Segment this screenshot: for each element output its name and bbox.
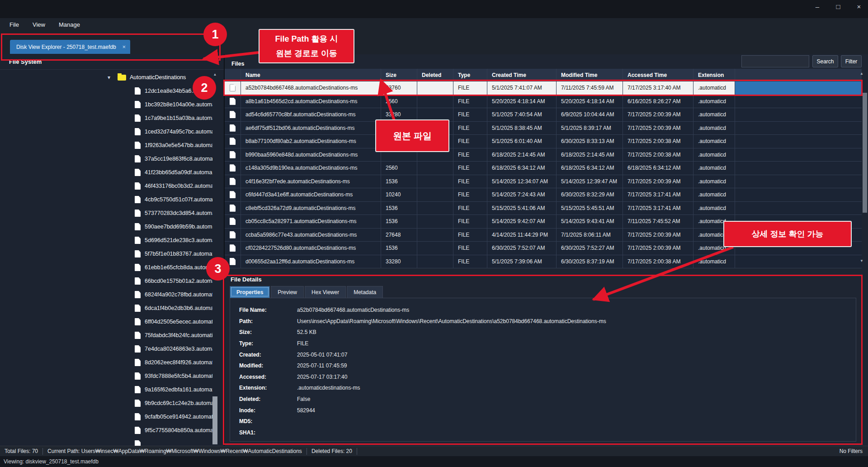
- tree-item-file[interactable]: 5f7b5f1e01b83767.automat: [0, 247, 224, 261]
- restore-icon[interactable]: □: [834, 3, 843, 10]
- tree-item-file[interactable]: 590aee7bdd69b59b.autom: [0, 220, 224, 234]
- cell-created: 5/14/2025 7:24:43 AM: [487, 188, 557, 201]
- header-cell-accessed-time[interactable]: Accessed Time: [623, 69, 693, 81]
- table-row[interactable]: c6fd447d3a41e6ff.automaticDestinations-m…: [225, 188, 862, 202]
- search-button[interactable]: Search: [812, 55, 838, 67]
- tree-item-file[interactable]: 46f433176bc0b3d2.automa: [0, 179, 224, 193]
- table-scrollbar-thumb[interactable]: [863, 93, 867, 213]
- filter-button[interactable]: Filter: [841, 55, 862, 67]
- menu-file[interactable]: File: [3, 21, 26, 28]
- cell-name: ad54c6d65770c8bf.automaticDestinations-m…: [241, 108, 381, 121]
- header-cell-deleted[interactable]: Deleted: [417, 69, 453, 81]
- table-row[interactable]: b8ab77100df80ab2.automaticDestinations-m…: [225, 135, 862, 148]
- tree-item-file[interactable]: 61ebb1e65cfcb8da.automa: [0, 261, 224, 274]
- cell-icon: [225, 148, 241, 162]
- tree-item-file[interactable]: 6824f4a902c78fbd.automat: [0, 288, 224, 301]
- tree-item-file[interactable]: 8d2062eec8f4f926.automat: [0, 356, 224, 369]
- status-current-path: Current Path: Users₩insec₩AppData₩Roamin…: [43, 448, 307, 455]
- cell-deleted: [417, 202, 453, 215]
- file-icon: [135, 386, 141, 393]
- annotation-callout-original-file: 원본 파일: [375, 119, 449, 152]
- callout-text: 상세 정보 확인 가능: [751, 229, 823, 239]
- tree-item-label: 573770283dc3d854.automa: [145, 210, 212, 216]
- cell-extension: .automaticd: [693, 175, 735, 188]
- file-icon: [230, 218, 236, 225]
- annotation-rect-tab: [1, 33, 221, 61]
- tree-item-label: 66bcd0e1575b01a2.automa: [145, 278, 212, 284]
- tree-folder-automaticdestinations[interactable]: ▾ AutomaticDestinations: [0, 71, 224, 84]
- tree-item-file[interactable]: 66bcd0e1575b01a2.automa: [0, 274, 224, 288]
- tree-item-file[interactable]: 9a165f62edbfa161.automat: [0, 383, 224, 396]
- table-row[interactable]: ad54c6d65770c8bf.automaticDestinations-m…: [225, 108, 862, 122]
- table-row[interactable]: c8ebf5cd326a72d9.automaticDestinations-m…: [225, 202, 862, 215]
- header-cell-modified-time[interactable]: Modified Time: [557, 69, 623, 81]
- tree-item-label: 75fdabdc3f4b24fc.automati: [145, 332, 212, 338]
- tree-item-file[interactable]: 9cfafb05ce914942.automat: [0, 410, 224, 424]
- tree-item-file[interactable]: 573770283dc3d854.automa: [0, 206, 224, 220]
- file-icon: [135, 427, 141, 434]
- cell-icon: [225, 122, 241, 135]
- table-row[interactable]: ae6df75df512bd06.automaticDestinations-m…: [225, 122, 862, 135]
- search-input[interactable]: [741, 55, 809, 67]
- header-cell-extension[interactable]: Extension: [693, 69, 735, 81]
- tree-item-file[interactable]: 7e4dca80246863e3.automa: [0, 342, 224, 356]
- tree-item-file[interactable]: 6dca1f4b0e2db3b6.automa: [0, 301, 224, 315]
- menu-view[interactable]: View: [26, 21, 52, 28]
- tree-item-file[interactable]: 1f9263a0e5e547bb.automa: [0, 138, 224, 152]
- scroll-up-icon[interactable]: ▲: [212, 71, 218, 78]
- menu-bar: FileViewManage: [0, 18, 868, 31]
- tree-item-file[interactable]: 6ff04d2505e5ecec.automat: [0, 315, 224, 329]
- file-icon: [135, 169, 141, 176]
- table-row[interactable]: d00655d2aa12ff6d.automaticDestinations-m…: [225, 255, 862, 269]
- tree-item-file[interactable]: 1ced32d74a95c7bc.automa: [0, 125, 224, 138]
- scroll-up-icon[interactable]: ▲: [858, 71, 865, 77]
- tree-item-file[interactable]: 1bc392b8e104a00e.automa: [0, 98, 224, 111]
- file-system-panel: File System ▾ AutomaticDestinations 12dc…: [0, 54, 225, 446]
- tree-item-file[interactable]: 9f5c7755804b850a.automa: [0, 424, 224, 437]
- cell-icon: [225, 188, 241, 201]
- table-row[interactable]: c4f16e3f2bf7ede.automaticDestinations-ms…: [225, 175, 862, 189]
- tree-item-file[interactable]: 4cb9c5750d51c07f.automat: [0, 193, 224, 206]
- scroll-down-icon[interactable]: ▼: [858, 258, 865, 264]
- cell-extension: .automaticd: [693, 188, 735, 201]
- cell-modified: 5/20/2025 4:18:14 AM: [557, 95, 623, 108]
- viewing-label: Viewing: diskview_250718_test.maefdb: [4, 458, 99, 465]
- cell-name: a8b1a61b4565d2cd.automaticDestinations-m…: [241, 95, 381, 108]
- tree-item-file[interactable]: 37a5cc19e863f6c8.automat: [0, 152, 224, 166]
- tree-scrollbar-thumb[interactable]: [212, 396, 217, 444]
- tree-item-file[interactable]: 9b9cdc69c1c24e2b.automa: [0, 396, 224, 410]
- header-cell-size[interactable]: Size: [381, 69, 417, 81]
- cell-filler: [735, 135, 862, 148]
- cell-created: 4/14/2025 11:44:29 PM: [487, 229, 557, 242]
- cell-name: ae6df75df512bd06.automaticDestinations-m…: [241, 122, 381, 135]
- cell-extension: .automaticd: [693, 162, 735, 175]
- chevron-down-icon[interactable]: ▾: [108, 74, 118, 81]
- cell-modified: 6/30/2025 8:32:29 AM: [557, 188, 623, 201]
- header-cell-name[interactable]: Name: [241, 69, 381, 81]
- tree-item-file[interactable]: 12dc1ea8e34b5a6.automa: [0, 84, 224, 98]
- table-row[interactable]: b990baa5960e848d.automaticDestinations-m…: [225, 148, 862, 162]
- cell-extension: .automaticd: [693, 122, 735, 135]
- file-icon: [230, 205, 236, 212]
- tree-item-file[interactable]: 93fdc7888e5fc5b4.automat: [0, 369, 224, 383]
- tree-item-file[interactable]: 75fdabdc3f4b24fc.automati: [0, 329, 224, 342]
- cell-filler: [735, 108, 862, 121]
- cell-modified: 5/1/2025 8:39:17 AM: [557, 122, 623, 135]
- tree-item-file[interactable]: 1c7a9be1b15a03ba.automa: [0, 111, 224, 125]
- close-icon[interactable]: ×: [854, 3, 863, 10]
- tree-item-label: 37a5cc19e863f6c8.automat: [145, 156, 212, 162]
- tree-item-file[interactable]: 5d696d521de238c3.automa: [0, 234, 224, 247]
- tree-item-file[interactable]: 41f23bb65d5a09df.automa: [0, 166, 224, 179]
- tree-item-label: 1c7a9be1b15a03ba.automa: [145, 115, 212, 121]
- header-cell-type[interactable]: Type: [453, 69, 487, 81]
- tree-item-label: 9a165f62edbfa161.automat: [145, 386, 212, 393]
- table-row[interactable]: a8b1a61b4565d2cd.automaticDestinations-m…: [225, 95, 862, 109]
- table-row[interactable]: c148a305d9b190ea.automaticDestinations-m…: [225, 162, 862, 175]
- cell-size: 27648: [381, 229, 417, 242]
- menu-manage[interactable]: Manage: [52, 21, 87, 28]
- status-bar: Total Files: 70 Current Path: Users₩inse…: [0, 446, 868, 456]
- cell-name: cb05cc8c5a282971.automaticDestinations-m…: [241, 215, 381, 228]
- minimize-icon[interactable]: –: [813, 3, 822, 10]
- header-cell-created-time[interactable]: Created Time: [487, 69, 557, 81]
- tree-item-file-clipped[interactable]: [0, 437, 224, 446]
